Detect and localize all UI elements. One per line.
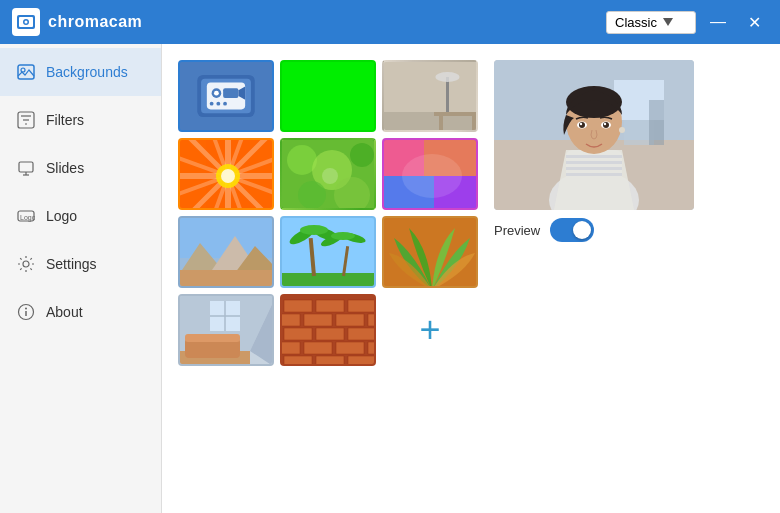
titlebar: chromacam Classic — ✕ xyxy=(0,0,780,44)
slides-icon xyxy=(16,158,36,178)
svg-rect-93 xyxy=(282,314,300,326)
sidebar-label-about: About xyxy=(46,304,83,320)
bg-cell-palms[interactable] xyxy=(280,216,376,288)
svg-rect-36 xyxy=(434,112,478,116)
sidebar-item-backgrounds[interactable]: Backgrounds xyxy=(0,48,161,96)
svg-rect-31 xyxy=(282,62,376,132)
svg-rect-103 xyxy=(368,342,376,354)
settings-icon xyxy=(16,254,36,274)
svg-point-16 xyxy=(23,261,29,267)
sidebar-item-logo[interactable]: Logo Logo xyxy=(0,192,161,240)
bg-cell-logo[interactable] xyxy=(178,60,274,132)
filter-icon xyxy=(16,110,36,130)
svg-rect-34 xyxy=(446,77,449,112)
sidebar-label-backgrounds: Backgrounds xyxy=(46,64,128,80)
grid-and-preview: + xyxy=(178,60,764,497)
preview-image xyxy=(494,60,694,210)
svg-rect-99 xyxy=(348,328,376,340)
svg-rect-5 xyxy=(18,65,34,79)
sidebar-label-logo: Logo xyxy=(46,208,77,224)
backgrounds-grid: + xyxy=(178,60,478,497)
sidebar-label-filters: Filters xyxy=(46,112,84,128)
svg-rect-100 xyxy=(282,342,300,354)
svg-point-74 xyxy=(300,225,328,235)
main-content: Backgrounds Filters Slide xyxy=(0,44,780,513)
svg-point-3 xyxy=(25,21,28,24)
bg-cell-mountains[interactable] xyxy=(178,216,274,288)
svg-rect-94 xyxy=(304,314,332,326)
svg-rect-11 xyxy=(19,162,33,172)
svg-point-25 xyxy=(214,91,219,96)
bg-cell-interior[interactable] xyxy=(178,294,274,366)
sidebar-item-slides[interactable]: Slides xyxy=(0,144,161,192)
svg-rect-97 xyxy=(284,328,312,340)
svg-rect-38 xyxy=(472,116,476,132)
svg-point-35 xyxy=(436,72,460,82)
svg-rect-105 xyxy=(316,356,344,366)
svg-point-124 xyxy=(579,122,585,128)
svg-rect-90 xyxy=(284,300,312,312)
svg-point-126 xyxy=(580,123,582,125)
mode-dropdown[interactable]: Classic xyxy=(606,11,696,34)
svg-marker-4 xyxy=(663,18,673,26)
about-icon xyxy=(16,302,36,322)
svg-point-55 xyxy=(298,181,326,209)
svg-point-78 xyxy=(331,232,355,240)
svg-rect-112 xyxy=(649,100,664,145)
sidebar-item-filters[interactable]: Filters xyxy=(0,96,161,144)
svg-point-30 xyxy=(223,102,227,106)
svg-rect-68 xyxy=(180,270,274,288)
close-button[interactable]: ✕ xyxy=(740,8,768,36)
svg-point-53 xyxy=(350,143,374,167)
svg-rect-96 xyxy=(368,314,376,326)
svg-rect-101 xyxy=(304,342,332,354)
svg-rect-98 xyxy=(316,328,344,340)
svg-rect-95 xyxy=(336,314,364,326)
svg-point-49 xyxy=(221,169,235,183)
svg-rect-92 xyxy=(348,300,376,312)
bg-cell-add[interactable]: + xyxy=(382,294,478,366)
bg-cell-brick[interactable] xyxy=(280,294,376,366)
preview-controls: Preview xyxy=(494,218,594,242)
svg-rect-79 xyxy=(384,218,478,288)
sidebar-item-about[interactable]: About xyxy=(0,288,161,336)
app-logo xyxy=(12,8,40,36)
svg-rect-85 xyxy=(185,334,240,342)
sidebar-label-slides: Slides xyxy=(46,160,84,176)
svg-rect-70 xyxy=(282,273,376,288)
preview-label: Preview xyxy=(494,223,540,238)
svg-rect-106 xyxy=(348,356,376,366)
bg-cell-green-screen[interactable] xyxy=(280,60,376,132)
svg-rect-91 xyxy=(316,300,344,312)
content-area: + xyxy=(162,44,780,513)
svg-rect-104 xyxy=(284,356,312,366)
svg-point-56 xyxy=(322,168,338,184)
sidebar: Backgrounds Filters Slide xyxy=(0,44,162,513)
svg-point-19 xyxy=(25,308,27,310)
bg-cell-nature[interactable] xyxy=(280,138,376,210)
svg-rect-102 xyxy=(336,342,364,354)
svg-point-128 xyxy=(619,127,625,133)
preview-panel: Preview xyxy=(494,60,694,497)
svg-point-29 xyxy=(216,102,220,106)
preview-toggle[interactable] xyxy=(550,218,594,242)
svg-point-28 xyxy=(210,102,214,106)
minimize-button[interactable]: — xyxy=(704,8,732,36)
svg-point-62 xyxy=(402,154,462,198)
logo-icon: Logo xyxy=(16,206,36,226)
bg-cell-abstract[interactable] xyxy=(382,138,478,210)
titlebar-controls: Classic — ✕ xyxy=(606,8,768,36)
app-title: chromacam xyxy=(48,13,142,31)
svg-rect-37 xyxy=(439,116,443,132)
bg-cell-room[interactable] xyxy=(382,60,478,132)
svg-rect-26 xyxy=(223,88,238,98)
bg-cell-sunburst[interactable] xyxy=(178,138,274,210)
svg-point-125 xyxy=(603,122,609,128)
svg-point-127 xyxy=(604,123,606,125)
titlebar-left: chromacam xyxy=(12,8,142,36)
sidebar-item-settings[interactable]: Settings xyxy=(0,240,161,288)
svg-point-6 xyxy=(21,68,25,72)
bg-cell-feathers[interactable] xyxy=(382,216,478,288)
image-icon xyxy=(16,62,36,82)
sidebar-label-settings: Settings xyxy=(46,256,97,272)
